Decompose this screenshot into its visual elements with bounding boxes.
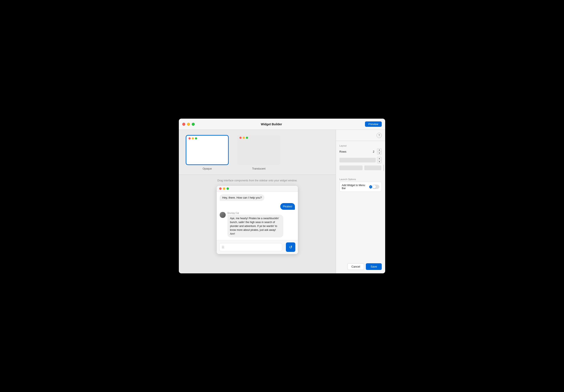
translucent-label: Translucent [252,167,266,170]
stepper-up[interactable]: ▲ [377,149,381,152]
chat-input-area: ☰ ↺ [217,240,298,254]
message-bot-1: Grumpy Cat Aye, me hearty! Pirates be a … [220,212,295,238]
row2-stepper-up[interactable]: ▲ [384,165,384,168]
rows-value: 2 [371,150,376,153]
rows-row: Rows 2 ▲ ▼ [339,148,382,155]
layout-label: Layout [339,144,382,147]
launch-option-label: Add Widget to Menu Bar i [342,184,372,190]
row-control-2: ▲ ▼ [339,165,382,171]
row-control-1: ▲ ▼ [339,157,382,163]
titlebar: Widget Builder Preview [179,119,385,130]
launch-options-section: Launch Options Add Widget to Menu Bar i [339,174,382,192]
style-option-opaque[interactable]: Opaque [186,135,229,170]
chat-close [219,187,222,190]
message-incoming-1: Pirates! [220,203,295,210]
bubble-bot-1: Aye, me hearty! Pirates be a swashbuckli… [227,215,283,238]
row-bar-1 [339,158,376,163]
ptl-red-2 [240,137,242,139]
avatar-image [220,212,226,218]
input-divider [284,244,284,250]
preview-traffic [186,136,228,141]
bubble-incoming-1: Pirates! [280,203,295,210]
toggle-knob [372,185,376,188]
save-button[interactable]: Save [366,263,382,270]
app-window: Widget Builder Preview [179,119,385,273]
launch-option-row: Add Widget to Menu Bar i [339,182,382,192]
row1-stepper-up[interactable]: ▲ [377,157,381,160]
ptl-green [195,137,197,140]
right-panel: ? Layout Rows 2 ▲ ▼ ▲ ▼ [336,130,385,273]
chat-maximize [226,187,229,190]
translucent-preview[interactable] [237,135,280,165]
info-badge[interactable]: i [369,185,372,188]
chat-minimize [223,187,225,190]
stepper-down[interactable]: ▼ [377,152,381,154]
preview-button[interactable]: Preview [365,121,382,127]
row-stepper-1: ▲ ▼ [377,157,382,163]
preview-traffic-2 [237,135,280,140]
row2-stepper-down[interactable]: ▼ [384,168,384,171]
translucent-body [237,140,280,165]
add-widget-text: Add Widget to Menu Bar [342,184,368,190]
row-stepper-2: ▲ ▼ [383,165,384,171]
send-icon: ↺ [289,245,292,250]
main-content: Opaque Translucent [179,130,385,273]
input-icon: ☰ [222,245,225,249]
chat-input-field[interactable]: ☰ [219,243,282,251]
row-bar-2b [364,166,381,170]
widget-area: Drag interface components from the sideb… [179,175,336,273]
msg-block: Grumpy Cat Aye, me hearty! Pirates be a … [227,212,283,238]
stepper-buttons: ▲ ▼ [377,148,382,155]
opaque-preview[interactable] [186,135,229,165]
sender-name: Grumpy Cat [227,212,283,214]
row1-stepper-down[interactable]: ▼ [377,160,381,163]
row-bar-2a [339,166,363,170]
drag-hint: Drag interface components from the sideb… [217,179,297,182]
style-option-translucent[interactable]: Translucent [237,135,280,170]
right-panel-topbar: ? [336,130,385,141]
cancel-button[interactable]: Cancel [347,263,364,270]
bubble-outgoing-1: Hey, there. How can I help you? [220,194,264,201]
chat-messages: Hey, there. How can I help you? Pirates! [217,192,298,240]
bot-avatar [220,212,226,218]
window-title: Widget Builder [179,123,365,126]
chat-widget: Hey, there. How can I help you? Pirates! [216,185,298,254]
chat-widget-titlebar [217,186,298,192]
opaque-label: Opaque [203,167,212,170]
ptl-red [188,137,191,140]
help-button[interactable]: ? [377,133,382,138]
rows-stepper: 2 ▲ ▼ [371,148,382,155]
opaque-body [186,141,228,164]
ptl-yellow [192,137,194,140]
titlebar-actions: Preview [365,121,382,127]
style-section: Opaque Translucent [179,130,336,175]
ptl-green-2 [246,137,248,139]
send-button[interactable]: ↺ [286,242,295,252]
add-widget-toggle[interactable] [372,185,379,189]
ptl-yellow-2 [243,137,245,139]
launch-options-label: Launch Options [339,178,382,181]
message-outgoing-1: Hey, there. How can I help you? [220,194,295,201]
rows-label: Rows [339,150,346,153]
center-panel: Opaque Translucent [179,130,336,273]
bottom-actions: Cancel Save [339,260,382,270]
